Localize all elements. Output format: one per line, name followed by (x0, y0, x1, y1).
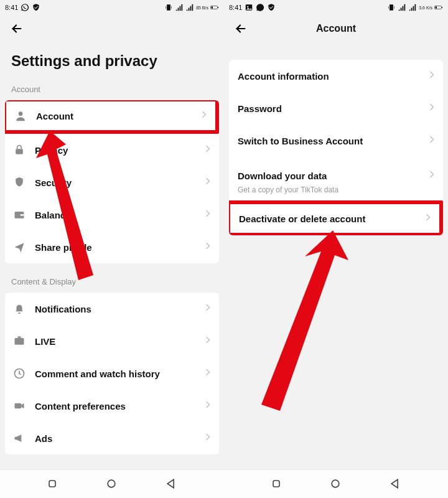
card-account-options: Account information Password Switch to B… (229, 60, 443, 235)
lock-icon (12, 143, 26, 157)
row-account-information[interactable]: Account information (229, 60, 443, 92)
nav-back-icon[interactable] (165, 477, 179, 491)
status-bar: 8:41 3.6 K/s (224, 0, 448, 15)
nav-home-icon[interactable] (105, 477, 119, 491)
nav-home-icon[interactable] (329, 477, 343, 491)
row-notifications[interactable]: Notifications (5, 293, 219, 325)
svg-point-3 (19, 111, 23, 116)
signal2-icon (408, 3, 417, 12)
status-time: 8:41 (5, 4, 18, 11)
net-speed: 3.6 K/s (419, 6, 432, 10)
svg-rect-9 (15, 403, 22, 408)
status-bar: 8:41 85 B/s (0, 0, 224, 15)
svg-point-19 (332, 480, 339, 487)
signal2-icon (185, 3, 194, 12)
screen-settings: 8:41 85 B/s Settings and privacy Account (0, 0, 224, 498)
row-ads[interactable]: Ads (5, 422, 219, 454)
nav-recents-icon[interactable] (46, 477, 60, 491)
chevron-right-icon (429, 103, 436, 114)
bell-icon (12, 302, 26, 316)
topbar: Account (224, 15, 448, 42)
wallet-icon (12, 208, 26, 222)
content-area: Account Account Privacy Security Balance (0, 73, 224, 469)
row-label: Comment and watch history (35, 369, 205, 379)
row-account[interactable]: Account (5, 100, 219, 134)
chevron-right-icon (205, 303, 212, 314)
content-area: Account information Password Switch to B… (224, 42, 448, 469)
row-label: Share profile (35, 242, 205, 253)
system-navbar (0, 469, 224, 498)
vibrate-icon (387, 3, 396, 12)
row-switch-business[interactable]: Switch to Business Account (229, 125, 443, 157)
row-deactivate-delete[interactable]: Deactivate or delete account (229, 200, 443, 235)
chevron-right-icon (205, 209, 212, 220)
chevron-right-icon (429, 170, 436, 181)
chevron-right-icon (429, 135, 436, 146)
row-label: Privacy (35, 145, 205, 156)
row-privacy[interactable]: Privacy (5, 134, 219, 166)
row-comment-history[interactable]: Comment and watch history (5, 357, 219, 390)
section-content-label: Content & Display (0, 266, 224, 293)
row-password[interactable]: Password (229, 92, 443, 125)
section-account-label: Account (0, 73, 224, 100)
share-icon (12, 240, 26, 254)
row-label: LIVE (35, 336, 205, 347)
row-label: Account information (238, 71, 429, 82)
signal-icon (398, 3, 406, 12)
back-button[interactable] (233, 21, 249, 37)
image-icon (245, 3, 253, 12)
shield-icon (12, 176, 26, 189)
svg-rect-7 (15, 338, 24, 345)
chevron-right-icon (205, 144, 212, 156)
chevron-right-icon (426, 213, 432, 224)
chevron-right-icon (429, 70, 436, 82)
row-label: Password (238, 103, 429, 114)
row-security[interactable]: Security (5, 166, 219, 199)
row-label: Deactivate or delete account (239, 214, 426, 224)
chevron-right-icon (205, 177, 212, 188)
battery-icon (434, 3, 443, 12)
svg-point-14 (248, 6, 249, 7)
row-live[interactable]: LIVE (5, 325, 219, 357)
net-speed: 85 B/s (196, 6, 208, 10)
svg-rect-2 (212, 7, 213, 9)
megaphone-icon (12, 431, 26, 445)
card-account: Account Privacy Security Balance Share p (5, 100, 219, 263)
vibrate-icon (164, 3, 173, 12)
chevron-right-icon (205, 433, 212, 444)
chevron-right-icon (205, 242, 212, 253)
row-label: Download your data (238, 171, 429, 181)
svg-rect-16 (442, 7, 442, 8)
svg-rect-10 (49, 481, 55, 487)
live-icon (12, 334, 26, 348)
row-label: Balance (35, 210, 205, 220)
svg-rect-1 (218, 7, 218, 8)
row-balance[interactable]: Balance (5, 199, 219, 231)
video-icon (12, 399, 26, 413)
row-download-data[interactable]: Download your data (229, 157, 443, 189)
row-label: Notifications (35, 304, 205, 314)
svg-rect-18 (273, 481, 279, 487)
svg-rect-17 (436, 7, 437, 9)
row-label: Account (36, 111, 202, 121)
shield-icon (32, 3, 40, 12)
nav-back-icon[interactable] (389, 477, 403, 491)
chevron-right-icon (205, 336, 212, 347)
signal-icon (175, 3, 184, 12)
battery-icon (210, 3, 219, 12)
row-label: Content preferences (35, 401, 205, 411)
whatsapp-icon (21, 3, 29, 12)
chevron-right-icon (202, 110, 208, 121)
row-share-profile[interactable]: Share profile (5, 231, 219, 263)
person-icon (14, 109, 27, 123)
topbar (0, 15, 224, 42)
row-content-preferences[interactable]: Content preferences (5, 390, 219, 422)
row-label: Ads (35, 433, 205, 444)
chevron-right-icon (205, 368, 212, 379)
page-title: Settings and privacy (0, 42, 224, 73)
system-navbar (224, 469, 448, 498)
nav-recents-icon[interactable] (270, 477, 284, 491)
row-label: Switch to Business Account (238, 136, 429, 146)
shield-icon (267, 3, 276, 12)
back-button[interactable] (9, 21, 25, 37)
